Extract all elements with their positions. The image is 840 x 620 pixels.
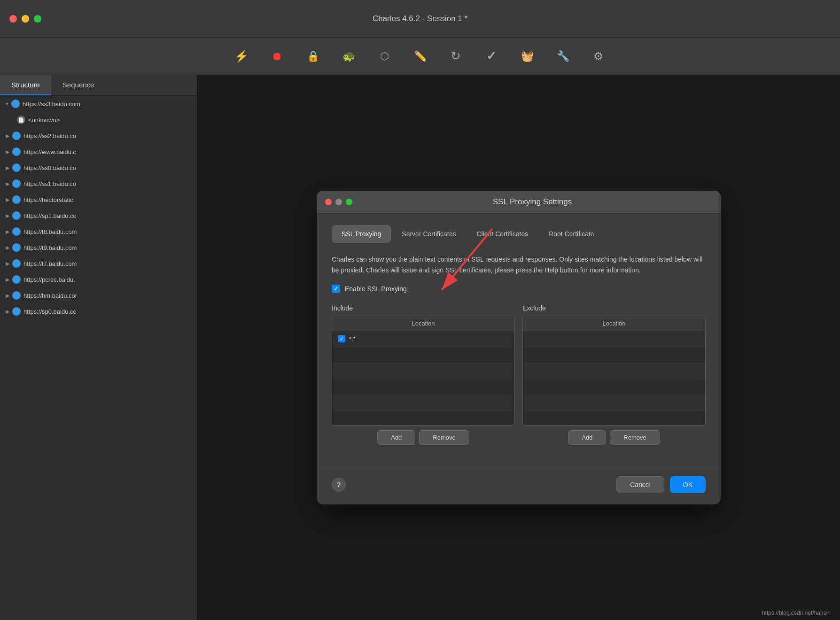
- exclude-row-empty-2: [523, 347, 705, 363]
- exclude-remove-button[interactable]: Remove: [610, 430, 660, 445]
- expand-arrow-4: ▶: [6, 165, 9, 171]
- window-controls[interactable]: [9, 15, 41, 23]
- exclude-table: Location: [522, 316, 706, 426]
- hexagon-icon[interactable]: ⬡: [376, 48, 393, 65]
- sidebar-item-t9[interactable]: ▶ 🌐 https://t9.baidu.com: [0, 240, 197, 256]
- main-area: Structure Sequence ▾ 🌐 https://ss3.baidu…: [0, 75, 840, 620]
- globe-icon-7: 🌐: [12, 211, 21, 220]
- check-icon[interactable]: ✓: [483, 48, 500, 65]
- ssl-proxying-dialog: SSL Proxying Settings SSL Proxying Serve…: [317, 191, 721, 504]
- include-row-empty-3: [332, 379, 514, 395]
- modal-close-button[interactable]: [325, 199, 332, 205]
- sidebar-item-ss2[interactable]: ▶ 🌐 https://ss2.baidu.co: [0, 128, 197, 144]
- turtle-icon[interactable]: 🐢: [340, 48, 357, 65]
- footer-right: Cancel OK: [616, 476, 706, 493]
- exclude-row-empty-1: [523, 331, 705, 347]
- pen-icon[interactable]: ✏️: [412, 48, 428, 65]
- sidebar-sub-label: <unknown>: [28, 116, 60, 124]
- sidebar-item-sp1[interactable]: ▶ 🌐 https://sp1.baidu.co: [0, 208, 197, 224]
- exclude-table-header: Location: [523, 316, 705, 331]
- exclude-table-body: [523, 331, 705, 425]
- sidebar: Structure Sequence ▾ 🌐 https://ss3.baidu…: [0, 75, 197, 620]
- include-row-empty-4: [332, 395, 514, 411]
- include-row-0[interactable]: *:*: [332, 331, 514, 347]
- globe-icon-3: 🌐: [12, 147, 21, 156]
- expand-arrow-11: ▶: [6, 277, 9, 283]
- sidebar-item-unknown[interactable]: 📄 <unknown>: [0, 112, 197, 128]
- toolbar: ⚡ ⏺ 🔒 🐢 ⬡ ✏️ ↻ ✓ 🧺 🔧 ⚙: [0, 38, 840, 75]
- enable-ssl-row[interactable]: Enable SSL Proxying: [332, 285, 706, 293]
- expand-arrow-9: ▶: [6, 245, 9, 251]
- app-title: Charles 4.6.2 - Session 1 *: [373, 14, 467, 23]
- sidebar-item-sp0[interactable]: ▶ 🌐 https://sp0.baidu.cc: [0, 303, 197, 319]
- include-label: Include: [332, 304, 515, 312]
- expand-arrow-3: ▶: [6, 149, 9, 155]
- sidebar-item-hector[interactable]: ▶ 🌐 https://hectorstatic.: [0, 192, 197, 208]
- tab-client-certificates[interactable]: Client Certificates: [467, 225, 538, 243]
- globe-icon-4: 🌐: [12, 163, 21, 172]
- globe-icon-10: 🌐: [12, 259, 21, 268]
- tab-server-certificates[interactable]: Server Certificates: [392, 225, 466, 243]
- maximize-button[interactable]: [34, 15, 41, 23]
- lightning-icon[interactable]: ⚡: [233, 48, 250, 65]
- doc-icon: 📄: [17, 116, 25, 124]
- sidebar-item-ss1[interactable]: ▶ 🌐 https://ss1.baidu.co: [0, 176, 197, 192]
- help-button[interactable]: ?: [332, 478, 346, 492]
- minimize-button[interactable]: [22, 15, 29, 23]
- ok-button[interactable]: OK: [670, 476, 706, 493]
- sidebar-item-www[interactable]: ▶ 🌐 https://www.baidu.c: [0, 144, 197, 160]
- basket-icon[interactable]: 🧺: [519, 48, 536, 65]
- sidebar-item-label-13: https://sp0.baidu.cc: [23, 308, 76, 315]
- exclude-label: Exclude: [522, 304, 706, 312]
- include-add-button[interactable]: Add: [377, 430, 415, 445]
- sidebar-item-label-3: https://www.baidu.c: [23, 148, 76, 155]
- expand-arrow-2: ▶: [6, 133, 9, 139]
- modal-titlebar: SSL Proxying Settings: [317, 191, 721, 214]
- sidebar-item-pcrec[interactable]: ▶ 🌐 https://pcrec.baidu.: [0, 271, 197, 287]
- tools-icon[interactable]: 🔧: [554, 48, 571, 65]
- modal-maximize-button[interactable]: [346, 199, 352, 205]
- sidebar-item-t8[interactable]: ▶ 🌐 https://t8.baidu.com: [0, 224, 197, 240]
- include-remove-button[interactable]: Remove: [419, 430, 469, 445]
- sidebar-item-label-5: https://ss1.baidu.co: [23, 180, 76, 187]
- tab-root-certificate[interactable]: Root Certificate: [539, 225, 604, 243]
- tab-ssl-proxying[interactable]: SSL Proxying: [332, 225, 391, 243]
- expand-arrow-8: ▶: [6, 229, 9, 235]
- sidebar-item-label-4: https://ss0.baidu.co: [23, 164, 76, 171]
- globe-icon-11: 🌐: [12, 275, 21, 284]
- refresh-icon[interactable]: ↻: [447, 48, 464, 65]
- exclude-row-empty-3: [523, 363, 705, 379]
- globe-icon-2: 🌐: [12, 132, 21, 140]
- sidebar-item-t7[interactable]: ▶ 🌐 https://t7.baidu.com: [0, 256, 197, 271]
- expand-arrow-6: ▶: [6, 197, 9, 203]
- cancel-button[interactable]: Cancel: [616, 476, 664, 493]
- expand-arrow-5: ▶: [6, 181, 9, 187]
- sidebar-item-label-8: https://t8.baidu.com: [23, 228, 77, 235]
- record-icon[interactable]: ⏺: [269, 48, 286, 65]
- sidebar-item-label-2: https://ss2.baidu.co: [23, 132, 76, 140]
- sidebar-item-ss0[interactable]: ▶ 🌐 https://ss0.baidu.co: [0, 160, 197, 176]
- tab-sequence[interactable]: Sequence: [51, 75, 106, 95]
- lock-icon[interactable]: 🔒: [304, 48, 321, 65]
- sidebar-item-hm[interactable]: ▶ 🌐 https://hm.baidu.cor: [0, 287, 197, 303]
- include-exclude-section: Include Location *:*: [332, 304, 706, 445]
- exclude-add-button[interactable]: Add: [568, 430, 606, 445]
- sidebar-item-label-9: https://t9.baidu.com: [23, 244, 77, 251]
- status-url: https://blog.csdn.net/hansirl: [762, 610, 831, 616]
- modal-tabs: SSL Proxying Server Certificates Client …: [332, 225, 706, 243]
- sidebar-tabs: Structure Sequence: [0, 75, 197, 96]
- include-column: Include Location *:*: [332, 304, 515, 445]
- modal-minimize-button[interactable]: [335, 199, 342, 205]
- enable-ssl-label: Enable SSL Proxying: [345, 285, 407, 293]
- modal-overlay: SSL Proxying Settings SSL Proxying Serve…: [197, 75, 840, 620]
- sidebar-item-label-6: https://hectorstatic.: [23, 196, 75, 203]
- tab-structure[interactable]: Structure: [0, 75, 51, 95]
- settings-icon[interactable]: ⚙: [590, 48, 607, 65]
- modal-controls[interactable]: [325, 199, 352, 205]
- sidebar-item-ss3[interactable]: ▾ 🌐 https://ss3.baidu.com: [0, 96, 197, 112]
- modal-body: SSL Proxying Server Certificates Client …: [317, 214, 721, 468]
- include-row-checkbox[interactable]: [338, 335, 345, 342]
- enable-ssl-checkbox[interactable]: [332, 285, 340, 293]
- close-button[interactable]: [9, 15, 17, 23]
- exclude-buttons: Add Remove: [522, 430, 706, 445]
